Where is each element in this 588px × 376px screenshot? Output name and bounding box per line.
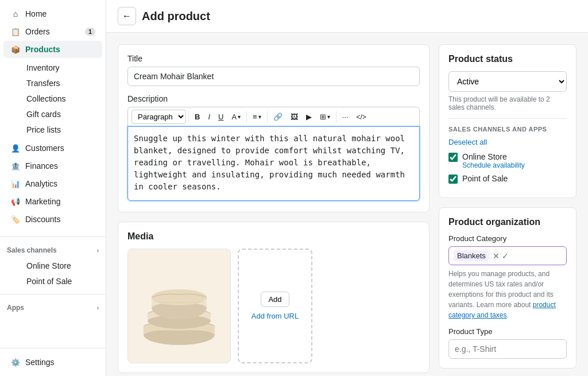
more-button[interactable]: ··· (339, 110, 352, 123)
sidebar-item-label: Finances (25, 161, 58, 170)
sales-channels-section-label[interactable]: Sales channels › (0, 241, 106, 257)
text-color-chevron-icon: ▾ (238, 114, 241, 120)
sidebar-item-inventory[interactable]: Inventory (22, 60, 106, 75)
media-card: Media (118, 222, 430, 373)
table-button[interactable]: ⊞ ▾ (316, 110, 334, 123)
orders-badge: 1 (85, 28, 95, 36)
align-chevron-icon: ▾ (258, 114, 261, 120)
sidebar-item-label: Marketing (25, 197, 60, 206)
italic-button[interactable]: I (204, 110, 214, 123)
add-media-button[interactable]: Add (261, 292, 289, 307)
deselect-all-link[interactable]: Deselect all (448, 138, 487, 146)
add-from-url-link[interactable]: Add from URL (252, 312, 299, 320)
sidebar: Home Orders 1 Products Inventory Transfe… (0, 0, 106, 376)
product-status-title: Product status (448, 54, 567, 64)
sidebar-item-finances[interactable]: Finances (3, 157, 102, 175)
page-title: Add product (142, 10, 210, 23)
sales-channels-label: SALES CHANNELS AND APPS (448, 126, 567, 133)
description-label: Description (127, 94, 420, 103)
org-help-text: Helps you manage products, and determine… (448, 269, 567, 320)
sidebar-item-gift-cards[interactable]: Gift cards (22, 107, 106, 122)
home-icon (10, 9, 21, 19)
analytics-icon (10, 179, 21, 189)
sidebar-item-label: Home (25, 9, 47, 18)
online-store-label: Online Store (462, 152, 525, 161)
rte-toolbar: Paragraph B I U A ▾ ≡ ▾ (127, 107, 420, 126)
page-body: Title Description Paragraph B I U A ▾ (106, 33, 588, 376)
pos-label: Point of Sale (462, 174, 508, 183)
code-button[interactable]: </> (353, 111, 370, 123)
product-status-select[interactable]: Active Draft (448, 71, 567, 92)
sidebar-item-label: Products (25, 45, 60, 54)
media-item-blanket[interactable] (127, 249, 231, 363)
align-button[interactable]: ≡ ▾ (249, 110, 265, 123)
paragraph-style-select[interactable]: Paragraph (131, 110, 186, 124)
products-submenu: Inventory Transfers Collections Gift car… (0, 59, 106, 139)
blanket-image (133, 260, 225, 352)
channel-pos: Point of Sale (448, 174, 567, 184)
bold-button[interactable]: B (191, 110, 203, 123)
table-chevron-icon: ▾ (327, 114, 330, 120)
product-org-card: Product organization Product Category Bl… (439, 207, 577, 369)
sidebar-item-point-of-sale[interactable]: Point of Sale (22, 274, 106, 289)
sidebar-item-discounts[interactable]: Discounts (3, 211, 102, 228)
sidebar-item-label: Settings (25, 358, 55, 367)
settings-icon (10, 357, 21, 367)
discounts-icon (10, 214, 21, 224)
sidebar-item-online-store[interactable]: Online Store (22, 258, 106, 273)
toolbar-divider-2 (246, 111, 247, 123)
sidebar-item-transfers[interactable]: Transfers (22, 76, 106, 91)
category-clear-icon[interactable]: ✕ (493, 251, 500, 261)
toolbar-divider-1 (188, 111, 189, 123)
schedule-availability-link[interactable]: Schedule availability (462, 161, 525, 169)
sidebar-item-label: Customers (25, 144, 64, 153)
right-column: Product status Active Draft This product… (439, 44, 577, 365)
sidebar-item-label: Orders (25, 27, 50, 36)
status-help-text: This product will be available to 2 sale… (448, 95, 567, 111)
sidebar-item-settings[interactable]: Settings (3, 354, 102, 371)
media-grid: Add Add from URL (127, 249, 420, 363)
media-upload-zone[interactable]: Add Add from URL (238, 249, 312, 363)
media-title: Media (127, 231, 420, 242)
channel-online-store: Online Store Schedule availability (448, 152, 567, 169)
image-button[interactable]: 🖼 (287, 110, 301, 123)
product-category-label: Product Category (448, 234, 567, 243)
product-details-card: Title Description Paragraph B I U A ▾ (118, 44, 430, 212)
apps-chevron-icon: › (97, 305, 99, 311)
main-content: ← Add product Title Description Paragrap… (106, 0, 588, 376)
sidebar-item-label: Discounts (25, 215, 60, 224)
marketing-icon (10, 196, 21, 207)
pos-checkbox[interactable] (448, 175, 458, 184)
product-status-card: Product status Active Draft This product… (439, 44, 577, 198)
sidebar-item-home[interactable]: Home (3, 5, 102, 22)
online-store-checkbox[interactable] (448, 153, 458, 162)
text-color-button[interactable]: A ▾ (228, 110, 244, 123)
page-header: ← Add product (106, 0, 588, 33)
product-type-label: Product Type (448, 327, 567, 336)
title-input[interactable] (127, 67, 420, 86)
underline-button[interactable]: U (215, 110, 227, 123)
sidebar-item-customers[interactable]: Customers (3, 139, 102, 157)
category-input-wrap[interactable]: Blankets ✕ ✓ (448, 246, 567, 265)
link-button[interactable]: 🔗 (270, 110, 286, 123)
customers-icon (10, 143, 21, 153)
back-button[interactable]: ← (118, 7, 136, 25)
title-label: Title (127, 54, 420, 63)
product-type-input[interactable] (448, 339, 567, 359)
sidebar-item-analytics[interactable]: Analytics (3, 175, 102, 192)
product-org-title: Product organization (448, 217, 567, 227)
sales-channels-chevron-icon: › (97, 247, 99, 254)
description-textarea[interactable]: Snuggle up this winter with this all nat… (127, 126, 420, 201)
left-column: Title Description Paragraph B I U A ▾ (118, 44, 430, 365)
sidebar-item-price-lists[interactable]: Price lists (22, 122, 106, 137)
category-confirm-icon[interactable]: ✓ (502, 251, 509, 261)
sidebar-item-label: Analytics (25, 179, 57, 188)
sidebar-item-collections[interactable]: Collections (22, 91, 106, 106)
video-button[interactable]: ▶ (303, 110, 315, 123)
toolbar-divider-3 (267, 111, 268, 123)
sidebar-item-orders[interactable]: Orders 1 (3, 23, 102, 40)
sidebar-item-products[interactable]: Products (3, 41, 102, 58)
apps-section-label[interactable]: Apps › (0, 298, 106, 314)
sales-channels-menu: Online Store Point of Sale (0, 257, 106, 290)
sidebar-item-marketing[interactable]: Marketing (3, 193, 102, 210)
